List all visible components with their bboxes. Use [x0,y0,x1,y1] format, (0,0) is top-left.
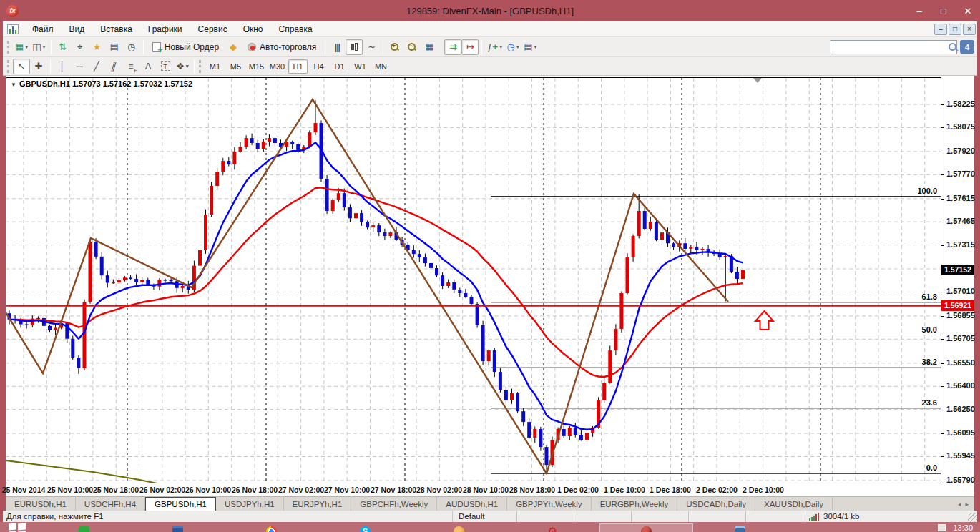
terminal-button[interactable]: ▤ [106,39,123,55]
arrows-tool-button[interactable]: ❖▾ [174,59,191,74]
autotrading-button[interactable]: Авто-торговля [242,39,322,55]
chart-area[interactable]: ▼GBPUSDh,H1 1.57073 1.57162 1.57032 1.57… [6,76,974,483]
svg-text:0.0: 0.0 [926,463,937,472]
mdi-minimize-button[interactable]: – [934,24,947,35]
mdi-restore-button[interactable]: □ [949,24,961,35]
timeframe-W1[interactable]: W1 [351,59,370,74]
cursor-tool-button[interactable]: ↖ [13,59,30,74]
tab-GBPJPYh,Weekly[interactable]: GBPJPYh,Weekly [507,497,591,511]
tab-EURJPYh,H1[interactable]: EURJPYh,H1 [284,497,352,511]
green-app-icon [79,526,89,532]
bar-chart-icon: ||| [335,42,340,52]
data-window-button[interactable]: ⌖ [72,39,89,55]
menu-Вид[interactable]: Вид [62,22,93,36]
drawing-toolbar: ↖ ✚ │ ─ ╱ ∥ ≡F A T ❖▾ M1M5M15M30H1H4D1W1… [3,57,977,76]
menu-Файл[interactable]: Файл [24,22,62,36]
zoom-out-button[interactable]: − [403,39,421,55]
taskbar-green-app[interactable] [37,523,131,532]
taskbar-orange-app[interactable] [412,523,506,532]
vertical-line-button[interactable]: │ [54,59,71,74]
tray-icon[interactable] [938,524,946,531]
tab-XAUUSDh,Daily[interactable]: XAUUSDh,Daily [755,497,833,511]
mdi-close-button[interactable]: × [963,24,976,35]
periods-clock-icon: ◷ [507,41,515,52]
timeframe-M30[interactable]: M30 [268,59,287,74]
timeframe-M15[interactable]: M15 [247,59,266,74]
timeframe-MN[interactable]: MN [371,59,391,74]
timeframe-D1[interactable]: D1 [330,59,349,74]
taskbar-word-app[interactable] [131,523,225,532]
timeframe-H4[interactable]: H4 [309,59,328,74]
menu-Вставка[interactable]: Вставка [92,22,140,36]
tab-EURUSDh,H1[interactable]: EURUSDh,H1 [6,497,76,511]
bar-chart-button[interactable]: ||| [328,39,346,55]
line-chart-button[interactable]: ∼ [363,39,380,55]
horizontal-line-button[interactable]: ─ [71,59,88,74]
search-input[interactable] [830,41,947,53]
taskbar-chrome[interactable] [225,523,318,532]
menu-Окно[interactable]: Окно [235,22,271,36]
resize-grip[interactable] [968,513,977,522]
tab-EURGBPh,Weekly[interactable]: EURGBPh,Weekly [592,497,678,511]
profiles-button[interactable]: ◫▾ [30,39,47,55]
indicators-button[interactable]: ƒ+▾ [485,39,504,55]
tab-USDCADh,Daily[interactable]: USDCADh,Daily [677,497,755,511]
menu-Справка[interactable]: Справка [271,22,320,36]
strategy-tester-icon: ◷ [127,41,135,52]
chart-shift-button[interactable]: ↦ [461,39,479,55]
candlestick-chart-button[interactable] [346,39,363,55]
tab-GBPUSDh,H1[interactable]: GBPUSDh,H1 [145,497,216,511]
svg-text:100.0: 100.0 [917,187,937,195]
search-icon[interactable] [947,41,955,53]
label-tool-button[interactable]: T [157,59,174,74]
tab-USDCHFh,H4[interactable]: USDCHFh,H4 [76,497,145,511]
metaeditor-button[interactable]: ◆ [225,39,242,55]
toolbar-separator [143,40,144,54]
window-title: 129859: DivenFX-Main - [GBPUSDh,H1] [0,6,980,16]
templates-button[interactable]: ▤▾ [521,39,539,55]
standard-toolbar: ▦▾ ◫▾ ⇅ ⌖ ★ ▤ ◷ Новый Ордер ◆ Авто-торго… [3,37,977,57]
taskbar-explorer[interactable] [693,523,787,532]
timeframe-H1[interactable]: H1 [288,59,308,74]
new-chart-button[interactable]: ▦▾ [13,39,30,55]
auto-scroll-button[interactable]: ⇉ [444,39,461,55]
toolbar-drag-handle[interactable] [7,60,10,73]
start-button[interactable] [9,523,27,532]
price-tick-label: 1.57920 [946,147,975,155]
strategy-tester-button[interactable]: ◷ [123,39,140,55]
timeframe-M5[interactable]: M5 [226,59,245,74]
price-tick-mark [941,222,944,222]
price-tick-label: 1.58075 [946,122,975,131]
tab-scroll-right-icon[interactable]: ▸ [965,501,969,508]
tab-scroll-left-icon[interactable]: ◂ [958,501,961,508]
zoom-in-button[interactable]: + [386,39,403,55]
text-tool-button[interactable]: A [139,59,157,74]
menu-Сервис[interactable]: Сервис [190,22,235,36]
tab-GBPCHFh,Weekly[interactable]: GBPCHFh,Weekly [351,497,437,511]
community-badge[interactable]: 4 [960,40,974,54]
trendline-button[interactable]: ╱ [88,59,105,74]
candlestick-chart[interactable]: 0.023.638.250.061.8100.0 [6,76,941,483]
taskbar-mt4-terminal[interactable] [599,523,693,532]
orange-app-icon [454,526,464,532]
toolbar-drag-handle[interactable] [199,60,202,73]
tile-windows-button[interactable]: ▦ [421,39,438,55]
tab-AUDUSDh,H1[interactable]: AUDUSDh,H1 [437,497,507,511]
crosshair-tool-button[interactable]: ✚ [30,59,47,74]
taskbar-settings-gear[interactable]: ⚙ [506,523,599,532]
taskbar-skype[interactable]: S [318,523,412,532]
periods-button[interactable]: ◷▾ [504,39,521,55]
new-order-button[interactable]: Новый Ордер [147,39,225,55]
collapse-triangle-icon[interactable]: ▼ [11,82,16,88]
toolbar-drag-handle[interactable] [7,41,10,54]
market-watch-button[interactable]: ⇅ [54,39,72,55]
navigator-button[interactable]: ★ [89,39,106,55]
timeframe-M1[interactable]: M1 [205,59,225,74]
fibonacci-button[interactable]: ≡F [122,59,139,74]
status-panel [574,511,631,522]
tab-USDJPYh,H1[interactable]: USDJPYh,H1 [216,497,284,511]
menu-Графики[interactable]: Графики [140,22,190,36]
price-tick-mark [941,292,944,292]
template-name: Default [452,511,516,522]
channel-button[interactable]: ∥ [105,59,122,74]
